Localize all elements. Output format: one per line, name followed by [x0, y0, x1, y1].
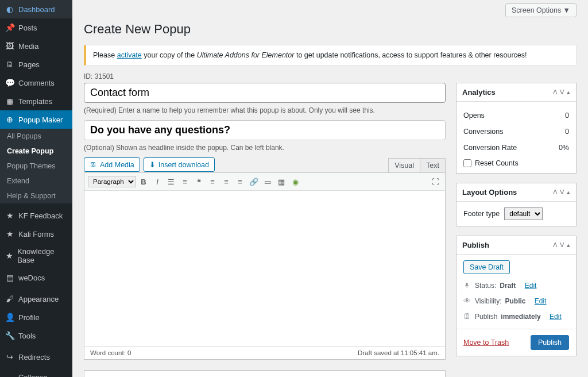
conversion-rate-label: Conversion Rate	[463, 144, 517, 152]
status-label: Status:	[475, 282, 496, 290]
reset-counts-label[interactable]: Reset Counts	[463, 159, 569, 167]
sidebar-item-templates[interactable]: ▦Templates	[0, 92, 72, 110]
name-hint: (Required) Enter a name to help you reme…	[84, 106, 446, 114]
screen-options-button[interactable]: Screen Options ▼	[505, 3, 577, 17]
footer-type-select[interactable]: default	[504, 207, 543, 220]
shortcode-button[interactable]: ◉	[289, 175, 301, 188]
fullscreen-button[interactable]: ⛶	[429, 175, 442, 188]
save-draft-button[interactable]: Save Draft	[463, 260, 510, 274]
align-right-button[interactable]: ≡	[234, 175, 246, 188]
sidebar-item-redirects[interactable]: ↪Redirects	[0, 348, 72, 366]
editor-tab-text[interactable]: Text	[420, 158, 446, 172]
activate-link[interactable]: activate	[117, 51, 142, 59]
link-button[interactable]: 🔗	[247, 175, 260, 188]
edit-visibility-link[interactable]: Edit	[535, 297, 547, 305]
align-center-button[interactable]: ≡	[220, 175, 233, 188]
sidebar-item-pages[interactable]: 🗎Pages	[0, 55, 72, 74]
popup-name-input[interactable]	[84, 83, 446, 103]
pin-icon: 🖈	[463, 281, 471, 290]
opens-value: 0	[565, 111, 569, 120]
move-down-icon[interactable]: ᐯ	[560, 241, 564, 249]
edit-status-link[interactable]: Edit	[525, 282, 537, 290]
draft-saved-label: Draft saved at 11:05:41 am.	[358, 349, 439, 356]
download-icon: ⬇	[149, 160, 156, 169]
editor-content-area[interactable]	[84, 191, 445, 346]
activation-notice: Please activate your copy of the Ultimat…	[84, 45, 577, 66]
conversions-label: Conversions	[463, 128, 503, 136]
word-count: Word count: 0	[90, 349, 131, 356]
ul-button[interactable]: ☰	[165, 175, 177, 188]
ol-button[interactable]: ≡	[179, 175, 191, 188]
popup-icon: ⊕	[5, 114, 15, 125]
star-icon: ★	[5, 251, 14, 261]
sidebar-collapse[interactable]: ◀Collapse menu	[0, 369, 72, 377]
page-icon: 🗎	[5, 59, 15, 70]
move-up-icon[interactable]: ᐱ	[553, 188, 558, 196]
move-up-icon[interactable]: ᐱ	[553, 89, 558, 96]
sidebar-sub-popup-themes[interactable]: Popup Themes	[0, 159, 72, 174]
camera-icon: 🖻	[90, 161, 97, 169]
sidebar-item-comments[interactable]: 💬Comments	[0, 74, 72, 92]
italic-button[interactable]: I	[151, 175, 164, 188]
sidebar-item-dashboard[interactable]: ◐Dashboard	[0, 0, 72, 18]
schedule-value: immediately	[501, 313, 540, 321]
add-media-button[interactable]: 🖻Add Media	[84, 157, 140, 172]
sidebar-item-posts[interactable]: 📌Posts	[0, 18, 72, 37]
toolbar-toggle-button[interactable]: ▦	[275, 175, 288, 188]
sidebar-item-knowledge-base[interactable]: ★Knowledge Base	[0, 243, 72, 268]
toggle-icon[interactable]: ▴	[567, 241, 570, 249]
sidebar-item-kali-forms[interactable]: ★Kali Forms	[0, 225, 72, 243]
templates-icon: ▦	[5, 96, 15, 106]
bold-button[interactable]: B	[137, 175, 150, 188]
popup-headline-input[interactable]	[84, 120, 446, 140]
sidebar-item-profile[interactable]: 👤Profile	[0, 308, 72, 326]
star-icon: ★	[5, 229, 15, 239]
sidebar-sub-all-popups[interactable]: All Popups	[0, 129, 72, 144]
format-select[interactable]: Paragraph	[88, 176, 136, 187]
quote-button[interactable]: ❝	[192, 175, 205, 188]
comment-icon: 💬	[5, 78, 15, 88]
align-left-button[interactable]: ≡	[206, 175, 219, 188]
conversion-rate-value: 0%	[559, 144, 569, 152]
publish-title: Publish	[462, 241, 489, 249]
move-up-icon[interactable]: ᐱ	[553, 241, 558, 249]
sidebar-item-kf-feedback[interactable]: ★KF Feedback	[0, 206, 72, 225]
layout-options-box: Layout Options ᐱᐯ▴ Footer type default	[456, 183, 577, 226]
sidebar-item-wedocs[interactable]: ▤weDocs	[0, 268, 72, 287]
sidebar-sub-create-popup[interactable]: Create Popup	[0, 144, 72, 159]
more-button[interactable]: ▭	[261, 175, 274, 188]
user-icon: 👤	[5, 312, 15, 322]
insert-download-button[interactable]: ⬇Insert download	[144, 157, 215, 172]
wrench-icon: 🔧	[5, 330, 15, 341]
move-down-icon[interactable]: ᐯ	[560, 89, 564, 96]
visibility-label: Visibility:	[475, 297, 501, 305]
footer-type-label: Footer type	[463, 210, 500, 218]
popup-settings-box: Popup Settings ᐱ ᐯ ▴ Triggers	[84, 370, 446, 377]
sidebar-item-appearance[interactable]: 🖌Appearance	[0, 290, 72, 308]
sidebar-item-media[interactable]: 🖼Media	[0, 37, 72, 55]
dashboard-icon: ◐	[5, 4, 15, 14]
status-value: Draft	[500, 282, 516, 290]
toggle-icon[interactable]: ▴	[567, 188, 570, 196]
toggle-icon[interactable]: ▴	[567, 89, 570, 96]
sidebar-item-tools[interactable]: 🔧Tools	[0, 326, 72, 345]
admin-sidebar: ◐Dashboard 📌Posts 🖼Media 🗎Pages 💬Comment…	[0, 0, 72, 377]
visibility-value: Public	[505, 297, 525, 305]
editor-tab-visual[interactable]: Visual	[388, 158, 420, 172]
calendar-icon: 🗓	[463, 312, 471, 321]
pin-icon: 📌	[5, 22, 15, 33]
star-icon: ★	[5, 210, 15, 221]
opens-label: Opens	[463, 111, 485, 120]
edit-schedule-link[interactable]: Edit	[550, 313, 562, 321]
editor-toolbar: Paragraph B I ☰ ≡ ❝ ≡ ≡ ≡ 🔗 ▭ ▦ ◉ ⛶	[84, 173, 445, 191]
sidebar-sub-help[interactable]: Help & Support	[0, 188, 72, 203]
sidebar-item-popup-maker[interactable]: ⊕Popup Maker	[0, 110, 72, 129]
conversions-value: 0	[565, 128, 569, 136]
schedule-label: Publish	[475, 313, 497, 321]
redirect-icon: ↪	[5, 352, 15, 362]
reset-counts-checkbox[interactable]	[463, 159, 471, 167]
move-to-trash-link[interactable]: Move to Trash	[463, 338, 509, 347]
publish-button[interactable]: Publish	[531, 335, 569, 350]
sidebar-sub-extend[interactable]: Extend	[0, 174, 72, 188]
move-down-icon[interactable]: ᐯ	[560, 188, 564, 196]
